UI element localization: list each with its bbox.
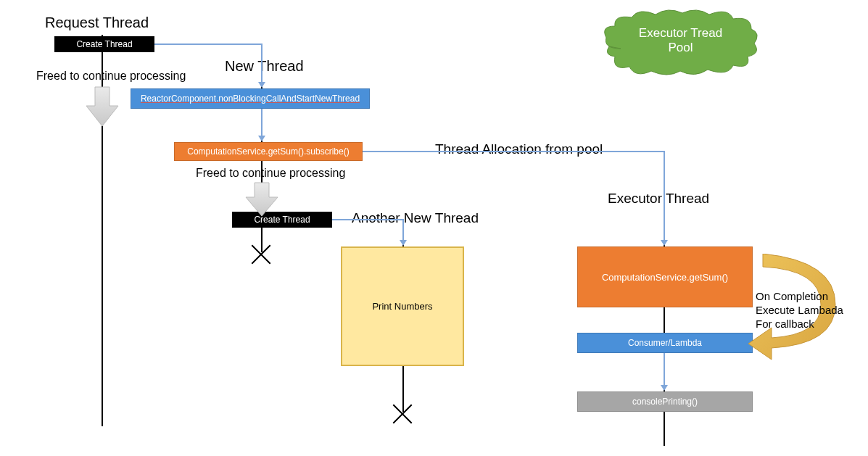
conn-5-head <box>661 385 668 391</box>
thread-allocation-label: Thread Allocation from pool <box>435 141 603 157</box>
freed-arrow-1 <box>85 86 120 132</box>
print-numbers-box: Print Numbers <box>341 246 464 366</box>
conn-5-v <box>664 353 665 386</box>
conn-2-head <box>258 136 265 141</box>
reactor-component-text: ReactorComponent.nonBlockingCallAndStart… <box>141 94 360 104</box>
reactor-component-box: ReactorComponent.nonBlockingCallAndStart… <box>131 88 370 109</box>
thread-pool-cloud: Executor Tread Pool <box>599 9 762 80</box>
conn-4-v <box>664 151 665 241</box>
freed-label-2: Freed to continue processing <box>196 167 345 180</box>
cloud-line2: Pool <box>668 41 693 54</box>
another-new-thread-label: Another New Thread <box>352 210 479 226</box>
conn-1-head <box>258 82 265 88</box>
create-thread-text-1: Create Thread <box>76 39 132 49</box>
computation-getsum-text: ComputationService.getSum() <box>602 272 728 283</box>
computation-subscribe-box: ComputationService.getSum().subscribe() <box>174 142 363 161</box>
computation-getsum-box: ComputationService.getSum() <box>577 246 753 307</box>
consumer-lambda-box: Consumer/Lambda <box>577 333 753 353</box>
new-thread-label: New Thread <box>225 58 304 75</box>
conn-1-h <box>154 43 262 45</box>
conn-3-v <box>402 219 404 241</box>
console-printing-box: consolePrinting() <box>577 391 753 412</box>
lifeline-cross-2 <box>389 400 416 426</box>
conn-1-v <box>261 43 263 83</box>
freed-arrow-2 <box>244 181 279 222</box>
lifeline-cross-1 <box>248 241 274 267</box>
conn-4-head <box>661 240 668 246</box>
cloud-line1: Executor Tread <box>639 26 722 40</box>
on-completion-note: On Completion Execute Lambada For callba… <box>756 290 843 331</box>
request-thread-label: Request Thread <box>45 14 149 31</box>
consumer-lambda-text: Consumer/Lambda <box>628 338 702 348</box>
executor-thread-label: Executor Thread <box>608 191 709 207</box>
print-numbers-text: Print Numbers <box>372 301 432 312</box>
computation-subscribe-text: ComputationService.getSum().subscribe() <box>187 146 349 157</box>
conn-3-h <box>332 219 402 220</box>
conn-2-v <box>261 109 263 136</box>
console-printing-text: consolePrinting() <box>632 397 698 407</box>
conn-3-head <box>400 240 407 246</box>
freed-label-1: Freed to continue processing <box>36 70 186 83</box>
create-thread-box-1: Create Thread <box>54 36 154 52</box>
conn-4-h <box>363 151 664 152</box>
